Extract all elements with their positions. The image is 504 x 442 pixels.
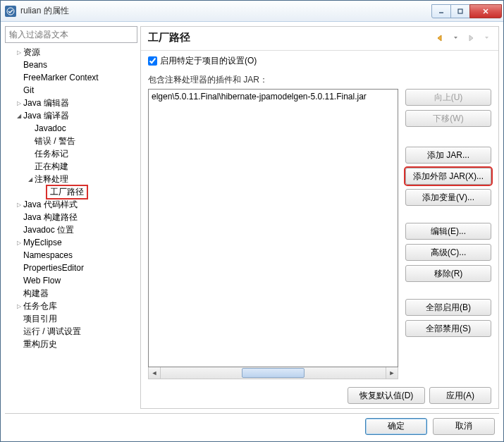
tree-item-label: 资源 <box>23 47 40 59</box>
enable-project-settings-checkbox[interactable] <box>148 56 157 66</box>
tree-item[interactable]: Git <box>5 84 137 97</box>
jar-list[interactable]: elgen\5.0.11.Final\hibernate-jpamodelgen… <box>148 89 398 367</box>
tree-item-label: 正在构建 <box>35 161 68 173</box>
tree-item-label: Java 编辑器 <box>23 97 69 109</box>
maximize-button[interactable] <box>450 4 470 18</box>
move-down-button[interactable]: 下移(W) <box>405 110 491 127</box>
page-heading: 工厂路径 <box>148 31 434 44</box>
tree-item-label: Java 编译器 <box>23 110 69 122</box>
back-menu-icon[interactable] <box>449 32 462 44</box>
footer: 确定 取消 <box>5 413 499 438</box>
window-controls <box>432 4 502 18</box>
tree[interactable]: 资源BeansFreeMarker ContextGitJava 编辑器Java… <box>5 46 137 409</box>
disable-all-button[interactable]: 全部禁用(S) <box>405 320 491 337</box>
tree-item[interactable]: 正在构建 <box>5 160 137 173</box>
ok-button[interactable]: 确定 <box>365 418 427 435</box>
tree-item-label: 注释处理 <box>35 173 68 185</box>
tree-item[interactable]: 工厂路径 <box>5 185 137 198</box>
tree-item-label: PropertiesEditor <box>23 263 84 273</box>
tree-item[interactable]: 注释处理 <box>5 173 137 185</box>
tree-item-label: Git <box>23 85 34 95</box>
tree-item[interactable]: Java 编辑器 <box>5 97 137 109</box>
tree-item-label: 构建器 <box>23 288 49 300</box>
tree-item[interactable]: PropertiesEditor <box>5 262 137 274</box>
tree-item-label: Namespaces <box>23 250 73 260</box>
tree-item-label: 重构历史 <box>23 338 57 350</box>
jar-list-item[interactable]: elgen\5.0.11.Final\hibernate-jpamodelgen… <box>152 91 395 102</box>
scroll-left-button[interactable]: ◄ <box>149 367 161 379</box>
advanced-button[interactable]: 高级(C)... <box>405 244 491 261</box>
forward-icon <box>465 32 477 44</box>
move-up-button[interactable]: 向上(U) <box>405 89 491 106</box>
tree-item-label: Javadoc 位置 <box>23 224 74 236</box>
tree-item[interactable]: 任务仓库 <box>5 300 137 312</box>
restore-defaults-button[interactable]: 恢复默认值(D) <box>348 387 425 404</box>
tree-item[interactable]: 任务标记 <box>5 147 137 160</box>
tree-item[interactable]: 重构历史 <box>5 338 137 350</box>
window-title: rulian 的属性 <box>20 5 432 17</box>
tree-arrow-icon[interactable] <box>15 303 23 309</box>
scroll-right-button[interactable]: ► <box>386 367 398 379</box>
tree-item[interactable]: 错误 / 警告 <box>5 135 137 147</box>
scroll-thumb[interactable] <box>242 368 305 378</box>
close-button[interactable] <box>469 4 502 18</box>
tree-arrow-icon[interactable] <box>15 202 23 208</box>
back-icon[interactable] <box>434 32 446 44</box>
add-external-jar-button[interactable]: 添加外部 JAR(X)... <box>405 168 491 185</box>
remove-button[interactable]: 移除(R) <box>405 265 491 282</box>
tree-item-label: 工厂路径 <box>46 185 88 199</box>
tree-item-label: Beans <box>23 60 47 70</box>
minimize-button[interactable] <box>431 4 451 18</box>
apply-button[interactable]: 应用(A) <box>429 387 491 404</box>
svg-rect-2 <box>458 9 462 13</box>
tree-item[interactable]: Beans <box>5 59 137 71</box>
tree-item[interactable]: Web Flow <box>5 274 137 287</box>
tree-arrow-icon[interactable] <box>15 49 23 56</box>
tree-arrow-icon[interactable] <box>15 113 23 119</box>
titlebar: rulian 的属性 <box>1 1 503 22</box>
left-panel: 资源BeansFreeMarker ContextGitJava 编辑器Java… <box>5 26 137 409</box>
tree-arrow-icon[interactable] <box>15 240 23 246</box>
tree-item-label: Java 构建路径 <box>23 211 78 223</box>
tree-item[interactable]: 运行 / 调试设置 <box>5 325 137 338</box>
tree-item-label: 项目引用 <box>23 313 57 325</box>
nav-arrows <box>434 32 493 44</box>
tree-item-label: MyEclipse <box>23 238 62 247</box>
tree-item[interactable]: Java 构建路径 <box>5 211 137 223</box>
tree-item-label: 错误 / 警告 <box>35 135 75 147</box>
tree-item[interactable]: 项目引用 <box>5 312 137 325</box>
tree-item-label: 任务标记 <box>35 148 68 160</box>
tree-item[interactable]: Javadoc <box>5 122 137 135</box>
tree-item-label: Web Flow <box>23 276 61 286</box>
app-icon <box>5 6 16 17</box>
tree-item[interactable]: FreeMarker Context <box>5 71 137 84</box>
forward-menu-icon <box>480 32 493 44</box>
tree-item-label: Javadoc <box>35 123 66 133</box>
tree-item[interactable]: MyEclipse <box>5 236 137 249</box>
tree-item[interactable]: Java 代码样式 <box>5 198 137 211</box>
add-variable-button[interactable]: 添加变量(V)... <box>405 189 491 206</box>
filter-input[interactable] <box>5 26 137 43</box>
plugins-jars-label: 包含注释处理器的插件和 JAR： <box>141 71 498 89</box>
tree-item[interactable]: 构建器 <box>5 287 137 300</box>
tree-item-label: 运行 / 调试设置 <box>23 326 81 338</box>
enable-all-button[interactable]: 全部启用(B) <box>405 299 491 316</box>
tree-item[interactable]: Javadoc 位置 <box>5 223 137 236</box>
tree-arrow-icon[interactable] <box>26 176 35 183</box>
cancel-button[interactable]: 取消 <box>433 418 495 435</box>
tree-item-label: Java 代码样式 <box>23 199 78 211</box>
enable-project-settings-label: 启用特定于项目的设置(O) <box>160 55 257 67</box>
svg-point-0 <box>7 8 14 15</box>
tree-item-label: 任务仓库 <box>23 300 57 312</box>
tree-item[interactable]: Namespaces <box>5 249 137 262</box>
tree-item[interactable]: Java 编译器 <box>5 109 137 122</box>
edit-button[interactable]: 编辑(E)... <box>405 223 491 240</box>
right-panel: 工厂路径 启用特定于项目的设置(O) 包含注释处理器的插件和 JAR： elge… <box>140 26 499 409</box>
tree-item[interactable]: 资源 <box>5 46 137 59</box>
horizontal-scrollbar[interactable]: ◄ ► <box>148 367 398 379</box>
add-jar-button[interactable]: 添加 JAR... <box>405 147 491 164</box>
tree-arrow-icon[interactable] <box>15 100 23 106</box>
tree-item-label: FreeMarker Context <box>23 73 99 82</box>
